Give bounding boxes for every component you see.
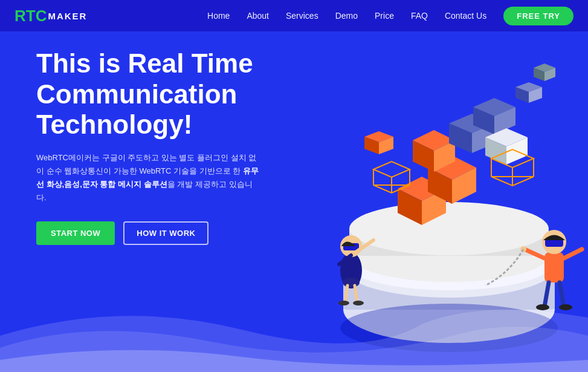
logo-rtc-highlight: RTC	[15, 7, 47, 25]
nav-item-demo[interactable]: Demo	[335, 10, 358, 21]
logo: RTC MAKER	[15, 7, 87, 25]
start-now-button[interactable]: START NOW	[36, 221, 115, 245]
nav-link-faq[interactable]: FAQ	[411, 11, 428, 21]
nav-item-services[interactable]: Services	[286, 10, 318, 21]
wave-bottom	[0, 287, 588, 372]
logo-text: RTC	[15, 7, 47, 25]
svg-point-6	[349, 202, 549, 255]
nav-link-demo[interactable]: Demo	[335, 11, 358, 21]
svg-point-50	[343, 278, 360, 287]
nav-link-price[interactable]: Price	[375, 11, 394, 21]
nav-link-about[interactable]: About	[247, 11, 269, 21]
hero-title: This is Real Time Communication Technolo…	[36, 48, 296, 140]
nav-item-price[interactable]: Price	[375, 10, 394, 21]
hero-buttons: START NOW HOW IT WORK	[36, 221, 296, 245]
svg-line-59	[564, 249, 582, 258]
svg-rect-55	[544, 252, 564, 282]
navbar: RTC MAKER Home About Services Demo Price…	[0, 0, 588, 31]
hero-description: WebRTC메이커는 구글이 주도하고 있는 별도 플러그인 설치 없이 순수 …	[36, 151, 260, 204]
nav-item-contact[interactable]: Contact Us	[445, 10, 486, 21]
how-it-works-button[interactable]: HOW IT WORK	[123, 221, 208, 245]
hero-desc-plain: WebRTC메이커는 구글이 주도하고 있는 별도 플러그인 설치 없이 순수 …	[36, 153, 256, 175]
nav-link-services[interactable]: Services	[286, 11, 318, 21]
hero-section: RTC MAKER Home About Services Demo Price…	[0, 0, 588, 372]
nav-links: Home About Services Demo Price FAQ Conta…	[207, 10, 486, 21]
nav-link-contact[interactable]: Contact Us	[445, 11, 486, 21]
svg-marker-31	[373, 162, 410, 177]
nav-item-about[interactable]: About	[247, 10, 269, 21]
hero-content: This is Real Time Communication Technolo…	[36, 48, 296, 245]
nav-item-faq[interactable]: FAQ	[411, 10, 428, 21]
logo-maker-text: MAKER	[48, 11, 87, 21]
nav-link-home[interactable]: Home	[207, 11, 230, 21]
free-try-button[interactable]: FREE TRY	[503, 7, 573, 25]
nav-item-home[interactable]: Home	[207, 10, 230, 21]
